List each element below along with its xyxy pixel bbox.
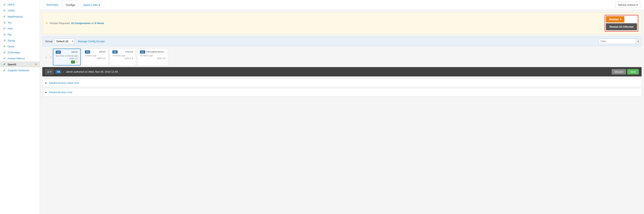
- filter-dropdown-button[interactable]: ▾: [636, 39, 638, 44]
- sidebar-item-label: Hive: [8, 27, 13, 30]
- version-time: 15 hours ago: [140, 54, 166, 57]
- sidebar-item-tez[interactable]: 🖥Tez: [0, 19, 40, 25]
- discard-button[interactable]: Discard: [612, 69, 626, 75]
- filter-wrapper: ▾: [599, 39, 638, 44]
- filter-input[interactable]: [599, 39, 636, 44]
- config-section-header-0[interactable]: ▶ Advanced livy2-client-conf: [42, 79, 642, 87]
- monitor-icon: 🖥: [3, 39, 6, 42]
- version-author: hdinsightwatchd...: [146, 50, 166, 53]
- expand-arrow-icon: ▶: [45, 82, 47, 84]
- sidebar-item-hdfs[interactable]: ✔HDFS: [0, 1, 40, 7]
- group-select[interactable]: Default (9): [54, 39, 75, 44]
- config-sections: ▶ Advanced livy2-client-conf ▶ Advanced …: [42, 79, 642, 96]
- refresh-icon: ↻: [46, 22, 48, 25]
- version-badge: V4: [56, 51, 61, 54]
- group-select-wrapper: Default (9): [54, 39, 75, 44]
- sidebar-item-label: Ambari Metrics: [8, 57, 25, 60]
- check-icon: ✔: [3, 15, 6, 18]
- active-version-bar: ⇄ ▾ V4 ✓ admin authored on Wed, Nov 06, …: [42, 67, 642, 76]
- sidebar-item-label: Tez: [8, 21, 12, 24]
- shuffle-icon: ⇄: [47, 71, 49, 73]
- check-icon: ✔: [3, 51, 6, 54]
- sidebar-item-label: YARN: [8, 9, 14, 12]
- sidebar-item-zookeeper[interactable]: ✔ZooKeeper: [0, 49, 40, 55]
- sidebar-item-ambari-metrics[interactable]: ✔Ambari Metrics: [0, 55, 40, 61]
- check-icon: ✔: [3, 63, 6, 66]
- restart-dropdown-group: Restart Restart All Affected: [605, 15, 638, 31]
- restart-on: on: [91, 22, 94, 25]
- check-icon: ✔: [3, 9, 6, 12]
- sidebar-item-label: Spark2: [8, 63, 16, 66]
- sidebar-item-mapreduce2[interactable]: ✔MapReduce2: [0, 13, 40, 19]
- check-icon: ✔: [3, 57, 6, 60]
- check-icon: ✔: [3, 69, 6, 72]
- save-button[interactable]: Save: [627, 69, 639, 75]
- restart-banner-text: ↻ Restart Required: 10 Components on 6 H…: [46, 22, 104, 25]
- restart-button[interactable]: Restart: [606, 16, 624, 22]
- version-author: admin: [99, 50, 106, 53]
- next-arrow[interactable]: ›: [48, 54, 53, 60]
- config-section-1[interactable]: ▶ Advanced livy2-conf: [42, 88, 642, 96]
- sidebar-item-zeppelin[interactable]: ✔Zeppelin Notebook: [0, 67, 40, 73]
- version-hdp: HDP-2.6: [112, 57, 133, 60]
- restart-hosts: 6 Hosts: [94, 22, 104, 25]
- sidebar-item-hive[interactable]: ✔Hive: [0, 25, 40, 31]
- card-check-icon: ✓: [71, 61, 75, 64]
- version-hdp: HDP-2.6: [85, 57, 106, 60]
- version-cards: V4 admin less than a minute ago HDP-2.6 …: [53, 49, 640, 66]
- sidebar-item-label: Pig: [8, 33, 12, 36]
- version-card-3[interactable]: V2 internal 15 hours ago HDP-2.6: [110, 49, 136, 66]
- service-actions-button[interactable]: Service Actions: [615, 2, 641, 8]
- tab-configs[interactable]: Configs: [62, 0, 78, 10]
- sidebar-item-spark2[interactable]: ✔Spark2↻: [0, 61, 40, 67]
- version-badge: V3: [85, 50, 90, 54]
- version-time: 15 hours ago: [112, 54, 133, 57]
- sidebar-item-label: Oozie: [8, 45, 14, 48]
- config-section-label: Advanced livy2-client-conf: [49, 81, 79, 84]
- version-card-4[interactable]: V1 hdinsightwatchd... 15 hours ago HDP-2…: [137, 49, 168, 66]
- config-section-label: Advanced livy2-conf: [49, 91, 72, 94]
- refresh-orange-icon: ↻: [35, 63, 37, 66]
- restart-prefix: Restart Required:: [50, 22, 70, 25]
- version-card-1[interactable]: V4 admin less than a minute ago HDP-2.6 …: [53, 49, 81, 66]
- sidebar-item-label: Zeppelin Notebook: [8, 69, 29, 72]
- check-icon: ✔: [3, 3, 6, 6]
- content-area: ↻ Restart Required: 10 Components on 6 H…: [40, 10, 644, 214]
- version-time: 2 hours ago: [85, 54, 106, 57]
- header-tabs: SummaryConfigs Quick Links Service Actio…: [40, 0, 644, 10]
- manage-config-groups-link[interactable]: Manage Config Groups: [78, 40, 104, 43]
- group-label: Group: [45, 40, 52, 43]
- config-section-header-1[interactable]: ▶ Advanced livy2-conf: [42, 88, 642, 96]
- sidebar-item-pig[interactable]: 🖥Pig: [0, 31, 40, 37]
- sidebar-item-label: ZooKeeper: [8, 51, 20, 54]
- main-content: SummaryConfigs Quick Links Service Actio…: [40, 0, 644, 214]
- restart-components: 10 Components: [71, 22, 90, 25]
- version-card-2[interactable]: V3 admin 2 hours ago HDP-2.6: [82, 49, 108, 66]
- shuffle-button[interactable]: ⇄ ▾: [45, 69, 54, 75]
- sidebar: ✔HDFS✔YARN✔MapReduce2🖥Tez✔Hive🖥Pig🖥Sqoop…: [0, 0, 40, 214]
- version-author: admin: [71, 51, 78, 53]
- expand-arrow-icon: ▶: [45, 91, 47, 94]
- sidebar-item-label: Sqoop: [8, 39, 15, 42]
- version-author: internal: [125, 50, 133, 53]
- shuffle-arrow: ▾: [50, 71, 51, 73]
- sidebar-item-sqoop[interactable]: 🖥Sqoop: [0, 37, 40, 43]
- tab-summary[interactable]: Summary: [43, 0, 62, 9]
- check-icon: ✔: [3, 45, 6, 48]
- quick-links-btn[interactable]: Quick Links: [83, 3, 100, 6]
- config-section-0[interactable]: ▶ Advanced livy2-client-conf: [42, 79, 642, 87]
- version-badge: V2: [112, 50, 118, 54]
- sidebar-item-oozie[interactable]: ✔Oozie: [0, 43, 40, 49]
- sidebar-item-yarn[interactable]: ✔YARN: [0, 7, 40, 13]
- active-version-badge: V4: [56, 70, 61, 74]
- group-bar: Group Default (9) Manage Config Groups ▾: [42, 36, 642, 46]
- sidebar-item-label: HDFS: [8, 3, 14, 6]
- version-hdp: HDP-2.6: [56, 57, 78, 60]
- version-time: less than a minute ago: [56, 55, 78, 57]
- card-refresh-icon: ↻: [76, 61, 78, 64]
- version-area: ‹ › V4 admin less than a minute ago HDP-…: [42, 49, 642, 66]
- monitor-icon: 🖥: [3, 33, 6, 36]
- active-version-text: admin authored on Wed, Nov 06, 2019 12:4…: [66, 70, 612, 73]
- prev-arrow[interactable]: ‹: [44, 54, 48, 60]
- restart-all-affected-item[interactable]: Restart All Affected: [606, 23, 637, 30]
